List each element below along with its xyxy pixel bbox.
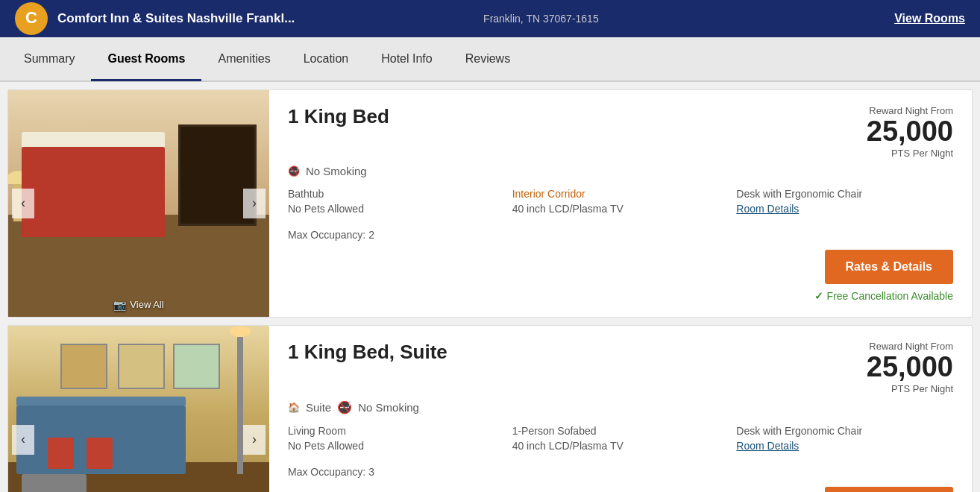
ottoman-decor [22,474,87,492]
amenities-grid-1: Bathtub Interior Corridor Desk with Ergo… [288,188,953,215]
room-image-1 [8,90,269,317]
room-image-2 [8,326,269,492]
image-prev-button-1[interactable]: ‹ [12,189,34,218]
room-details-2: 1 King Bed, Suite Reward Night From 25,0… [269,326,972,492]
svg-text:C: C [25,8,37,27]
camera-icon-1: 📷 [113,299,126,311]
picture-2-decor [118,344,165,389]
image-next-button-2[interactable]: › [243,425,266,455]
room-card-1: ‹ › 📷 View All 1 King Bed Reward Night F… [7,89,973,318]
amenity-no-pets-2: No Pets Allowed [288,440,505,452]
hotel-location: Franklin, TN 37067-1615 [483,13,894,25]
cushion2-decor [87,438,113,470]
tag-divider-2: 🚭 [337,400,352,414]
reward-section-2: Reward Night From 25,000 PTS Per Night [867,341,953,394]
room-image-section-2: ‹ › 📷 View All [8,326,269,492]
checkmark-icon-1: ✓ [814,290,823,302]
room-image-section-1: ‹ › 📷 View All [8,90,269,317]
max-occupancy-1: Max Occupancy: 2 [288,229,953,241]
amenity-desk-chair-1: Desk with Ergonomic Chair [736,188,953,200]
view-all-1[interactable]: 📷 View All [113,299,163,311]
room-title-2: 1 King Bed, Suite [288,341,447,364]
rates-button-2[interactable]: Rates & Details [825,487,954,492]
reward-points-2: 25,000 [867,352,953,383]
picture-1-decor [60,344,107,389]
reward-label-1: Reward Night From [867,105,953,116]
reward-pts-2: PTS Per Night [867,383,953,394]
comfort-inn-logo: C [15,2,48,36]
free-cancel-label-1: Free Cancellation Available [827,290,953,302]
amenity-bathtub: Bathtub [288,188,505,200]
nav-item-location[interactable]: Location [287,37,365,81]
navigation: Summary Guest Rooms Amenities Location H… [0,37,980,82]
rates-button-1[interactable]: Rates & Details [825,250,954,284]
suite-icon-2: 🏠 [288,402,300,413]
hotel-name: Comfort Inn & Suites Nashville Frankl... [57,11,468,26]
reward-points-1: 25,000 [867,116,953,148]
nav-item-hotel-info[interactable]: Hotel Info [365,37,448,81]
room-title-1: 1 King Bed [288,105,389,128]
view-all-label-1: View All [130,299,163,310]
reward-pts-1: PTS Per Night [867,148,953,159]
free-cancel-1: ✓ Free Cancellation Available [814,290,953,302]
no-smoking-icon-1: 🚭 [288,165,300,177]
amenity-desk-chair-2: Desk with Ergonomic Chair [736,425,953,437]
amenity-tv-1: 40 inch LCD/Plasma TV [512,203,729,215]
nav-item-amenities[interactable]: Amenities [201,37,286,81]
header: C Comfort Inn & Suites Nashville Frankl.… [0,0,980,37]
image-next-button-1[interactable]: › [243,189,266,218]
room-header-2: 1 King Bed, Suite Reward Night From 25,0… [288,341,953,394]
room-details-link-2[interactable]: Room Details [736,440,953,452]
view-rooms-link[interactable]: View Rooms [894,12,965,25]
nav-item-summary[interactable]: Summary [7,37,91,81]
room-tags-2: 🏠 Suite 🚭 No Smoking [288,400,953,414]
picture-3-decor [173,344,220,389]
room-details-1: 1 King Bed Reward Night From 25,000 PTS … [269,90,972,317]
room-details-link-1[interactable]: Room Details [736,203,953,215]
rooms-container: ‹ › 📷 View All 1 King Bed Reward Night F… [0,82,980,492]
amenity-no-pets-1: No Pets Allowed [288,203,505,215]
bed-decor [22,147,166,238]
no-smoking-label-1: No Smoking [306,165,367,177]
cushion1-decor [48,438,74,470]
suite-label-2: Suite [306,401,331,414]
room-footer-2: Rates & Details ✓ Free Cancellation Avai… [288,487,953,492]
image-prev-button-2[interactable]: ‹ [12,425,34,455]
room-footer-1: Rates & Details ✓ Free Cancellation Avai… [288,250,953,302]
room-card-2: ‹ › 📷 View All 1 King Bed, Suite Reward … [7,325,973,492]
amenity-tv-2: 40 inch LCD/Plasma TV [512,440,729,452]
room-header-1: 1 King Bed Reward Night From 25,000 PTS … [288,105,953,159]
reward-label-2: Reward Night From [867,341,953,352]
amenities-grid-2: Living Room 1-Person Sofabed Desk with E… [288,425,953,452]
nav-item-reviews[interactable]: Reviews [449,37,527,81]
amenity-interior-corridor: Interior Corridor [512,188,729,200]
room-tags-1: 🚭 No Smoking [288,165,953,177]
nav-item-guest-rooms[interactable]: Guest Rooms [91,38,201,81]
max-occupancy-2: Max Occupancy: 3 [288,466,953,478]
floor-lamp-decor [237,337,243,473]
amenity-sofabed: 1-Person Sofabed [512,425,729,437]
no-smoking-label-2: No Smoking [358,401,419,414]
amenity-living-room: Living Room [288,425,505,437]
reward-section-1: Reward Night From 25,000 PTS Per Night [867,105,953,159]
